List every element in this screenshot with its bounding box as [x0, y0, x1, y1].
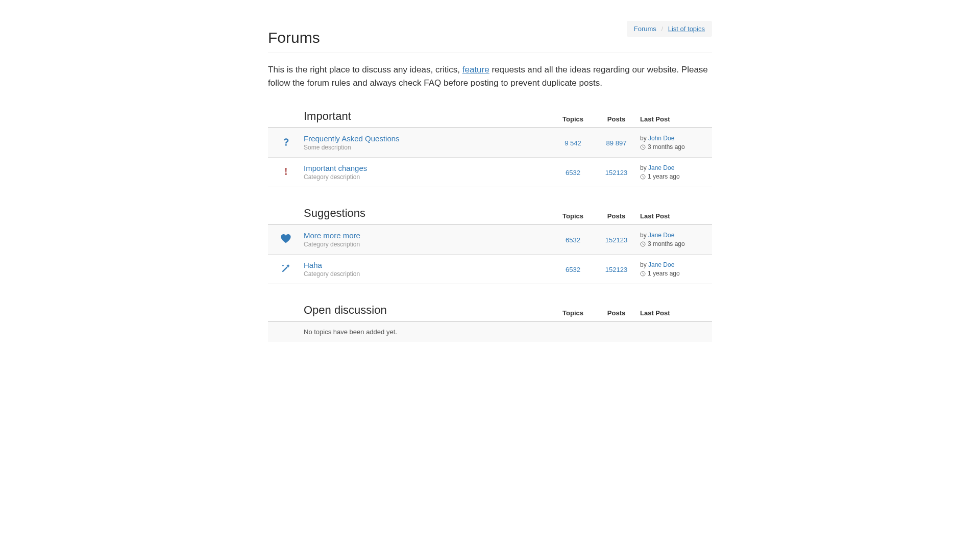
header-row: Forums Forums / List of topics — [268, 23, 712, 46]
column-header-topics: Topics — [551, 115, 595, 123]
author-link[interactable]: Jane Doe — [648, 164, 674, 171]
row-icon-cell — [268, 167, 304, 178]
row-title-cell: Important changes Category description — [304, 164, 551, 181]
empty-row: No topics have been added yet. — [268, 322, 712, 342]
table-row: Frequently Asked Questions Some descript… — [268, 128, 712, 158]
author-link[interactable]: Jane Doe — [648, 261, 674, 268]
posts-count-cell: 152123 — [595, 168, 638, 177]
intro-pre: This is the right place to discuss any i… — [268, 65, 462, 74]
table-row: Haha Category description 6532 152123 by… — [268, 255, 712, 284]
forum-section: Important Topics Posts Last Post Frequen… — [268, 105, 712, 187]
topic-link[interactable]: Important changes — [304, 164, 367, 172]
breadcrumb-root-link[interactable]: Forums — [634, 25, 656, 33]
last-post-cell: by Jane Doe 3 months ago — [638, 232, 712, 247]
clock-icon — [640, 144, 646, 150]
time-text: 1 years ago — [648, 173, 680, 180]
topics-count-cell: 6532 — [551, 236, 595, 244]
posts-count-cell: 152123 — [595, 265, 638, 273]
last-post-cell: by Jane Doe 1 years ago — [638, 164, 712, 180]
by-label: by — [640, 164, 648, 171]
by-label: by — [640, 135, 648, 142]
posts-count-link[interactable]: 152123 — [605, 266, 627, 273]
topic-description: Category description — [304, 241, 551, 248]
question-icon — [281, 137, 290, 146]
last-post-time: 1 years ago — [640, 173, 712, 180]
column-header-topics: Topics — [551, 212, 595, 220]
author-link[interactable]: John Doe — [648, 135, 674, 142]
clock-icon — [640, 174, 646, 180]
posts-count-cell: 152123 — [595, 236, 638, 244]
topic-description: Category description — [304, 173, 551, 181]
author-link[interactable]: Jane Doe — [648, 232, 674, 239]
forum-sections: Important Topics Posts Last Post Frequen… — [268, 105, 712, 342]
column-header-last-post: Last Post — [638, 212, 712, 220]
last-post-time: 3 months ago — [640, 143, 712, 151]
header-divider — [268, 53, 712, 53]
topics-count-link[interactable]: 6532 — [566, 266, 580, 273]
topics-count-cell: 9 542 — [551, 139, 595, 147]
empty-message: No topics have been added yet. — [304, 328, 397, 336]
page-container: Forums Forums / List of topics This is t… — [268, 0, 712, 342]
posts-count-link[interactable]: 152123 — [605, 169, 627, 177]
topic-link[interactable]: Frequently Asked Questions — [304, 134, 400, 143]
topics-count-cell: 6532 — [551, 168, 595, 177]
breadcrumb-current-link[interactable]: List of topics — [668, 25, 705, 33]
section-title: Suggestions — [304, 207, 551, 220]
magic-wand-icon — [281, 263, 291, 273]
topic-link[interactable]: Haha — [304, 261, 322, 269]
row-icon-cell — [268, 263, 304, 275]
time-text: 3 months ago — [648, 143, 685, 151]
topics-count-link[interactable]: 6532 — [566, 169, 580, 177]
topics-count-link[interactable]: 9 542 — [565, 139, 581, 147]
section-title: Open discussion — [304, 304, 551, 317]
by-label: by — [640, 232, 648, 239]
column-header-topics: Topics — [551, 309, 595, 317]
posts-count-link[interactable]: 152123 — [605, 236, 627, 244]
section-title: Important — [304, 110, 551, 123]
topics-count-cell: 6532 — [551, 265, 595, 273]
page-title: Forums — [268, 29, 320, 46]
intro-text: This is the right place to discuss any i… — [268, 63, 712, 89]
row-title-cell: More more more Category description — [304, 231, 551, 248]
topics-count-link[interactable]: 6532 — [566, 236, 580, 244]
last-post-cell: by John Doe 3 months ago — [638, 135, 712, 151]
time-text: 1 years ago — [648, 270, 680, 277]
topic-link[interactable]: More more more — [304, 231, 360, 240]
table-row: Important changes Category description 6… — [268, 158, 712, 187]
topic-description: Some description — [304, 144, 551, 151]
column-header-posts: Posts — [595, 309, 638, 317]
posts-count-link[interactable]: 89 897 — [606, 139, 627, 147]
row-icon-cell — [268, 137, 304, 148]
breadcrumb-separator: / — [658, 25, 666, 33]
table-row: More more more Category description 6532… — [268, 225, 712, 255]
forum-section: Suggestions Topics Posts Last Post More … — [268, 202, 712, 284]
column-header-last-post: Last Post — [638, 115, 712, 123]
section-header: Important Topics Posts Last Post — [268, 105, 712, 128]
topic-description: Category description — [304, 270, 551, 278]
breadcrumb: Forums / List of topics — [627, 21, 712, 37]
row-title-cell: Haha Category description — [304, 261, 551, 278]
column-header-last-post: Last Post — [638, 309, 712, 317]
intro-feature-link[interactable]: feature — [462, 65, 489, 74]
exclamation-icon — [281, 167, 290, 176]
section-header: Suggestions Topics Posts Last Post — [268, 202, 712, 225]
row-title-cell: Frequently Asked Questions Some descript… — [304, 134, 551, 151]
section-header: Open discussion Topics Posts Last Post — [268, 298, 712, 322]
posts-count-cell: 89 897 — [595, 139, 638, 147]
last-post-time: 3 months ago — [640, 240, 712, 247]
forum-section: Open discussion Topics Posts Last Post N… — [268, 298, 712, 342]
last-post-time: 1 years ago — [640, 270, 712, 277]
by-label: by — [640, 261, 648, 268]
row-icon-cell — [268, 233, 304, 246]
heart-icon — [280, 233, 291, 244]
column-header-posts: Posts — [595, 212, 638, 220]
clock-icon — [640, 241, 646, 247]
time-text: 3 months ago — [648, 240, 685, 247]
last-post-cell: by Jane Doe 1 years ago — [638, 261, 712, 277]
clock-icon — [640, 271, 646, 277]
column-header-posts: Posts — [595, 115, 638, 123]
